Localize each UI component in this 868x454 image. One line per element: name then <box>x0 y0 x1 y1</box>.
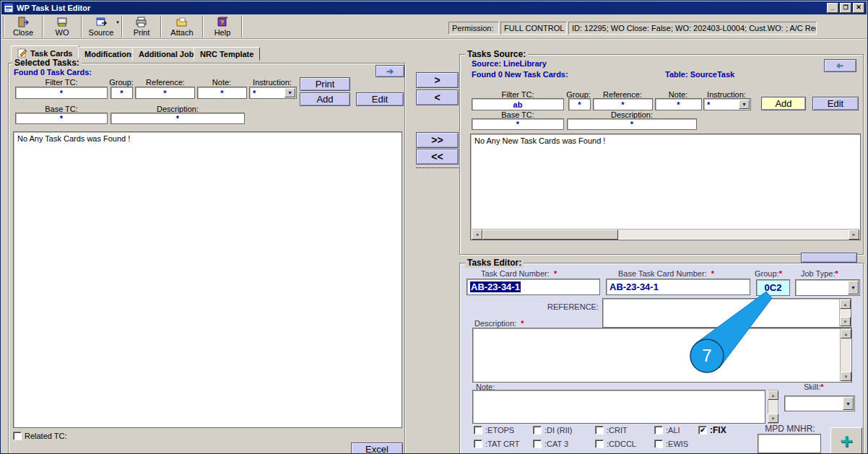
arrow-right-icon: ➔ <box>386 66 394 77</box>
note-input[interactable]: * <box>655 98 702 110</box>
instruction-combobox[interactable]: * ▼ <box>703 98 751 110</box>
tab-nrc-template[interactable]: NRC Template <box>194 47 260 61</box>
checkbox-cdccl[interactable]: :CDCCL <box>595 440 636 448</box>
reference-scrollbar[interactable]: ▲ ▼ <box>839 300 850 326</box>
description-textarea[interactable]: ▲ ▼ <box>472 328 852 383</box>
scroll-right-icon[interactable]: ► <box>849 230 859 240</box>
empty-list-message: No Any Task Cards was Found ! <box>17 134 130 143</box>
checkbox-crit[interactable]: :CRIT <box>595 426 628 435</box>
toolbar-label: Print <box>134 28 150 37</box>
instruction-combobox[interactable]: * ▼ <box>249 87 297 99</box>
filter-tc-input[interactable]: ab <box>472 98 564 110</box>
group-input[interactable]: * <box>110 87 133 99</box>
move-right-button[interactable]: > <box>416 72 459 88</box>
reference-input[interactable]: * <box>593 98 653 110</box>
scrollbar-thumb[interactable] <box>482 230 618 240</box>
move-left-button[interactable]: < <box>416 90 459 105</box>
work-order-icon <box>56 17 69 27</box>
scroll-down-icon[interactable]: ▼ <box>840 317 851 326</box>
move-all-right-button[interactable]: >> <box>416 132 459 148</box>
source-button[interactable]: Source <box>84 15 118 38</box>
horizontal-scrollbar[interactable]: ◄ ► <box>472 229 859 239</box>
checkbox-tat-crt[interactable]: :TAT CRT <box>474 440 519 448</box>
checkbox-box[interactable]: ✔ <box>698 426 707 435</box>
edit-button-selected[interactable]: Edit <box>356 92 404 106</box>
edit-button-source[interactable]: Edit <box>812 97 859 110</box>
attach-button[interactable]: Attach <box>163 15 201 38</box>
job-type-combobox[interactable]: ▼ <box>795 279 860 296</box>
expand-right-arrow-button[interactable]: ➔ <box>376 65 404 77</box>
skill-dropdown-arrow[interactable]: ▼ <box>843 397 854 410</box>
move-all-left-button[interactable]: << <box>416 149 459 165</box>
base-tc-input[interactable]: * <box>472 118 564 130</box>
task-card-number-input[interactable]: AB-23-34-1 <box>466 279 600 295</box>
note-textarea[interactable] <box>472 390 765 424</box>
source-dropdown-caret[interactable]: ▼ <box>116 20 120 25</box>
checkbox-ali[interactable]: :ALI <box>654 426 680 435</box>
collapse-left-arrow-button[interactable]: ➔ <box>824 59 856 72</box>
close-window-button[interactable]: ✕ <box>853 3 864 13</box>
scroll-up-icon[interactable]: ▲ <box>841 329 851 339</box>
plus-icon: + <box>840 432 853 450</box>
checkbox-box[interactable] <box>533 426 542 435</box>
partially-hidden-export-button[interactable] <box>801 253 857 263</box>
base-task-card-number-input[interactable]: AB-23-34-1 <box>606 279 750 295</box>
description-filter-input[interactable]: * <box>110 113 245 124</box>
checkbox-fix[interactable]: ✔ :FIX <box>698 425 726 435</box>
instruction-dropdown-arrow[interactable]: ▼ <box>285 88 295 97</box>
group-field-label: Group:* <box>755 269 782 278</box>
check-icon: ✔ <box>700 427 706 434</box>
checkbox-box[interactable] <box>654 440 663 448</box>
scroll-down-icon[interactable]: ▼ <box>768 414 778 423</box>
group-input[interactable]: * <box>568 98 591 110</box>
checkbox-box[interactable] <box>595 440 604 448</box>
tab-label: Additional Jobs <box>139 50 199 58</box>
checkbox-box[interactable] <box>533 440 542 448</box>
print-button[interactable]: Print <box>300 77 350 91</box>
instruction-dropdown-arrow[interactable]: ▼ <box>739 100 750 109</box>
job-type-dropdown-arrow[interactable]: ▼ <box>848 281 859 294</box>
filter-tc-input[interactable]: * <box>15 87 108 99</box>
help-button[interactable]: ? Help <box>205 15 240 38</box>
checkbox-etops[interactable]: :ETOPS <box>474 426 514 435</box>
restore-button[interactable]: ❐ <box>840 3 851 13</box>
tasks-source-list[interactable]: No Any New Task Cards was Found ! ◄ ► <box>470 134 861 240</box>
reference-textarea[interactable]: ▲ ▼ <box>602 298 851 328</box>
add-button-source[interactable]: Add <box>761 97 806 110</box>
scroll-up-icon[interactable]: ▲ <box>840 300 851 309</box>
description-scrollbar[interactable]: ▲ ▼ <box>840 329 851 381</box>
checkbox-di-rii[interactable]: :DI (RII) <box>533 426 573 435</box>
add-button-selected[interactable]: Add <box>300 92 350 106</box>
scroll-down-icon[interactable]: ▼ <box>841 372 851 381</box>
group-code-input[interactable]: 0C2 <box>756 279 790 296</box>
base-tc-input[interactable]: * <box>15 113 108 124</box>
checkbox-box[interactable] <box>474 426 482 435</box>
wo-button[interactable]: WO <box>45 15 79 38</box>
toolbar-separator <box>3 16 4 38</box>
checkbox-cat3[interactable]: :CAT 3 <box>533 440 568 448</box>
checkbox-box[interactable] <box>595 426 604 435</box>
related-tc-checkbox[interactable]: Related TC: <box>13 432 67 440</box>
excel-button[interactable]: Excel <box>351 442 403 454</box>
minimize-button[interactable]: _ <box>827 3 838 13</box>
print-button-toolbar[interactable]: Print <box>124 15 159 38</box>
reference-input[interactable]: * <box>135 87 195 99</box>
related-tc-checkbox-box[interactable] <box>13 432 22 440</box>
mpd-mnhr-input[interactable] <box>758 434 821 453</box>
scroll-up-icon[interactable]: ▲ <box>768 390 778 400</box>
mpd-mnhr-label: MPD MNHR: <box>758 424 823 434</box>
tab-label: Modifications <box>84 50 136 58</box>
required-marker: * <box>836 269 838 278</box>
close-button[interactable]: Close <box>6 15 40 38</box>
checkbox-box[interactable] <box>474 440 482 448</box>
scroll-left-icon[interactable]: ◄ <box>472 230 482 240</box>
add-new-task-button[interactable]: + <box>830 427 862 454</box>
description-filter-input[interactable]: * <box>567 118 697 130</box>
note-scrollbar[interactable]: ▲ ▼ <box>768 390 778 424</box>
selected-tasks-found-count: Found 0 Task Cards: <box>14 68 92 77</box>
checkbox-ewis[interactable]: :EWIS <box>654 440 688 448</box>
selected-tasks-list[interactable]: No Any Task Cards was Found ! <box>13 131 402 428</box>
skill-combobox[interactable]: ▼ <box>784 396 855 411</box>
checkbox-box[interactable] <box>654 426 663 435</box>
note-input[interactable]: * <box>197 87 247 99</box>
